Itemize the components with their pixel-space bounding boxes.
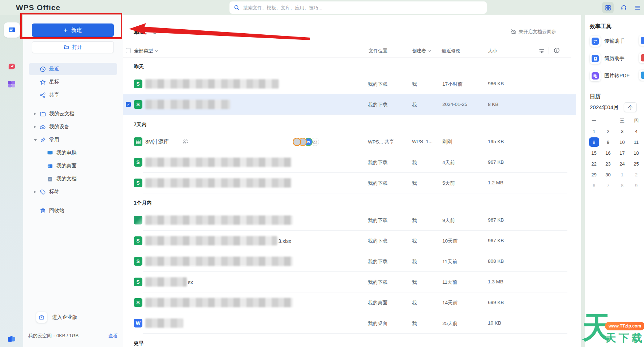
rail-pdf-tools-icon[interactable]: [0, 62, 23, 72]
calendar-day[interactable]: 11: [629, 137, 643, 147]
new-document-button[interactable]: + 新建: [32, 23, 114, 37]
calendar-day[interactable]: 2: [629, 169, 643, 180]
calendar-day[interactable]: 9: [629, 180, 643, 191]
column-header-location: 文件位置: [369, 48, 387, 54]
info-icon[interactable]: [554, 47, 560, 55]
calendar-day-selected[interactable]: 8: [587, 137, 601, 147]
calendar-day[interactable]: 18: [629, 147, 643, 158]
select-all-checkbox[interactable]: [126, 48, 131, 53]
apps-grid-icon[interactable]: [602, 2, 614, 13]
file-type-sheet-icon: S: [134, 158, 142, 167]
sidebar-item-6[interactable]: 我的电脑: [29, 147, 117, 159]
sidebar-item-8[interactable]: 我的文档: [29, 173, 117, 185]
calendar-month-label: 2024年04月: [590, 104, 619, 111]
file-creator: 我: [412, 279, 417, 286]
file-row[interactable]: S我的下载我17小时前966 KB: [123, 74, 576, 94]
calendar-day[interactable]: 25: [629, 158, 643, 169]
file-row[interactable]: S我的下载我4天前967 KB: [123, 152, 576, 173]
section-label: 1个月内: [123, 193, 581, 210]
tool-transfer[interactable]: 传输助手: [590, 35, 644, 47]
tool-label: 传输助手: [604, 38, 624, 44]
calendar-day[interactable]: 30: [601, 169, 615, 180]
file-type-sheet-icon: S: [134, 236, 142, 245]
caret-right-icon[interactable]: [34, 125, 36, 128]
calendar-day[interactable]: 23: [601, 158, 615, 169]
calendar-day[interactable]: 29: [587, 169, 601, 180]
chevron-down-icon: [428, 49, 432, 53]
calendar-day[interactable]: 10: [615, 137, 629, 147]
caret-right-icon[interactable]: [34, 190, 36, 193]
calendar-day[interactable]: 15: [587, 147, 601, 158]
file-creator: 我: [412, 180, 417, 187]
type-filter-dropdown[interactable]: 全部类型: [134, 48, 158, 54]
file-row[interactable]: 3M汁源库W23WPS... 共享WPS_1...刚刚195 KB: [123, 132, 576, 152]
file-type-sheet-icon: S: [134, 257, 142, 266]
refresh-icon[interactable]: [152, 29, 158, 36]
calendar-day[interactable]: 17: [615, 147, 629, 158]
file-row[interactable]: S我的下载我11天前808 KB: [123, 251, 576, 272]
sidebar-item-5[interactable]: 常用: [29, 134, 117, 146]
sidebar-item-10[interactable]: 回收站: [29, 205, 117, 217]
open-file-button[interactable]: 打开: [32, 41, 114, 53]
file-modified: 11天前: [442, 279, 457, 286]
file-row[interactable]: Ssx我的下载我11天前1.3 MB: [123, 272, 576, 292]
row-checkbox-checked[interactable]: ✓: [126, 102, 131, 107]
file-location: 我的下载: [368, 102, 387, 108]
menu-icon[interactable]: [632, 2, 643, 13]
calendar-day[interactable]: 22: [587, 158, 601, 169]
edge-tool-icon[interactable]: [639, 35, 644, 46]
file-modified: 14天前: [442, 300, 458, 306]
calendar-day[interactable]: 1: [615, 169, 629, 180]
rail-apps-purple-icon[interactable]: [0, 80, 23, 89]
sidebar-item-7[interactable]: 我的桌面: [29, 160, 117, 172]
rail-briefcase-icon[interactable]: [0, 334, 23, 343]
search-input[interactable]: [242, 5, 482, 11]
calendar-today-button[interactable]: 今: [624, 102, 637, 112]
file-row[interactable]: ✓S我的下载我2024-01-258 KB: [123, 94, 576, 115]
sidebar-item-9[interactable]: 标签: [29, 186, 117, 198]
calendar-day[interactable]: 24: [615, 158, 629, 169]
calendar-day[interactable]: 9: [601, 137, 615, 147]
file-row[interactable]: S我的桌面我14天前699 KB: [123, 292, 576, 313]
sidebar-item-1[interactable]: 星标: [29, 76, 117, 88]
tool-img2pdf[interactable]: P图片转PDF: [590, 70, 644, 82]
cloud-sync-status[interactable]: 未开启文档云同步: [511, 29, 556, 35]
tool-resume[interactable]: 简历助手: [590, 52, 644, 65]
redacted-file-name: [145, 277, 187, 287]
file-creator: 我: [412, 258, 417, 265]
file-size: 1.3 MB: [488, 279, 503, 284]
sidebar-item-0[interactable]: 最近: [29, 63, 117, 75]
file-row[interactable]: W我的桌面我25天前10 KB: [123, 313, 576, 334]
column-header-creator[interactable]: 创建者: [412, 48, 432, 54]
support-headset-icon[interactable]: [618, 2, 630, 13]
weekday-label: 四: [629, 116, 643, 126]
file-creator: 我: [412, 320, 417, 327]
redacted-file-name: [145, 318, 183, 328]
global-search[interactable]: [229, 1, 487, 14]
file-row[interactable]: S3.xlsx我的下载我10天前967 KB: [123, 231, 576, 251]
sidebar-item-4[interactable]: 我的设备: [29, 121, 117, 133]
sidebar-item-3[interactable]: 我的云文档: [29, 108, 117, 120]
calendar-day[interactable]: 2: [601, 126, 615, 137]
calendar-day[interactable]: 8: [615, 180, 629, 191]
sidebar-item-label: 最近: [49, 66, 59, 72]
rail-docs-icon[interactable]: [4, 22, 20, 38]
section-label: 7天内: [123, 115, 581, 132]
calendar-day[interactable]: 1: [587, 126, 601, 137]
collaborator-avatars[interactable]: W23: [293, 138, 319, 146]
calendar-day[interactable]: 16: [601, 147, 615, 158]
file-row[interactable]: S我的下载我5天前1.2 MB: [123, 173, 576, 193]
edge-tool-icon[interactable]: [639, 70, 644, 81]
edge-tool-icon[interactable]: [639, 52, 644, 63]
calendar-day[interactable]: 3: [615, 126, 629, 137]
display-settings-icon[interactable]: [538, 47, 545, 55]
calendar-day[interactable]: 6: [587, 180, 601, 191]
enterprise-entry[interactable]: 进入企业版: [23, 309, 123, 325]
caret-down-icon[interactable]: [34, 139, 37, 141]
file-row[interactable]: 我的下载我9天前967 KB: [123, 210, 576, 231]
storage-view-link[interactable]: 查看: [108, 333, 118, 339]
sidebar-item-2[interactable]: 共享: [29, 89, 117, 101]
caret-right-icon[interactable]: [34, 112, 36, 115]
calendar-day[interactable]: 4: [629, 126, 643, 137]
calendar-day[interactable]: 7: [601, 180, 615, 191]
